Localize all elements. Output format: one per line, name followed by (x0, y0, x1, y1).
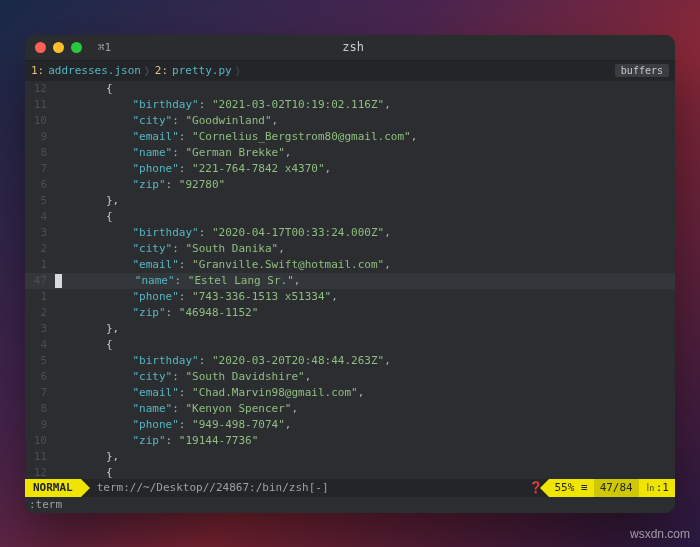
minimize-icon[interactable] (53, 42, 64, 53)
code-content: "name": "Kenyon Spencer", (53, 401, 675, 417)
gutter-number: 11 (25, 449, 53, 465)
gutter-number: 12 (25, 465, 53, 479)
chevron-right-icon: ❭ (234, 63, 242, 78)
code-content: { (53, 81, 675, 97)
code-content: "birthday": "2021-03-02T10:19:02.116Z", (53, 97, 675, 113)
gutter-number: 6 (25, 177, 53, 193)
code-line[interactable]: 1 "phone": "743-336-1513 x51334", (25, 289, 675, 305)
code-content: "birthday": "2020-03-20T20:48:44.263Z", (53, 353, 675, 369)
terminal-window: ⌘1 zsh 1: addresses.json ❭ 2: pretty.py … (25, 35, 675, 513)
code-line[interactable]: 3 }, (25, 321, 675, 337)
terminal-tab[interactable]: ⌘1 (98, 41, 111, 54)
code-line[interactable]: 1 "email": "Granville.Swift@hotmail.com"… (25, 257, 675, 273)
gutter-number: 9 (25, 417, 53, 433)
window-title: zsh (111, 40, 595, 54)
chevron-right-icon: ❭ (143, 63, 151, 78)
gutter-number: 1 (25, 257, 53, 273)
gutter-number: 10 (25, 433, 53, 449)
code-content: "name": "Estel Lang Sr.", (53, 273, 675, 289)
code-line[interactable]: 6 "city": "South Davidshire", (25, 369, 675, 385)
gutter-number: 4 (25, 209, 53, 225)
gutter-number: 47 (25, 273, 53, 289)
code-line[interactable]: 11 "birthday": "2021-03-02T10:19:02.116Z… (25, 97, 675, 113)
gutter-number: 2 (25, 241, 53, 257)
close-icon[interactable] (35, 42, 46, 53)
gutter-number: 3 (25, 225, 53, 241)
code-line[interactable]: 8 "name": "Kenyon Spencer", (25, 401, 675, 417)
code-line[interactable]: 3 "birthday": "2020-04-17T00:33:24.000Z"… (25, 225, 675, 241)
editor[interactable]: 12 {11 "birthday": "2021-03-02T10:19:02.… (25, 81, 675, 479)
gutter-number: 9 (25, 129, 53, 145)
status-percent: 55% ≡ (549, 479, 594, 497)
bufferline: 1: addresses.json ❭ 2: pretty.py ❭ buffe… (25, 61, 675, 81)
status-path: term://~/Desktop//24867:/bin/zsh[-] (97, 481, 529, 494)
code-content: }, (53, 449, 675, 465)
code-line[interactable]: 11 }, (25, 449, 675, 465)
gutter-number: 7 (25, 161, 53, 177)
code-line[interactable]: 10 "city": "Goodwinland", (25, 113, 675, 129)
code-line[interactable]: 7 "phone": "221-764-7842 x4370", (25, 161, 675, 177)
statusline: NORMAL term://~/Desktop//24867:/bin/zsh[… (25, 479, 675, 497)
code-line[interactable]: 4 { (25, 209, 675, 225)
gutter-number: 7 (25, 385, 53, 401)
code-line[interactable]: 4 { (25, 337, 675, 353)
code-content: "email": "Cornelius_Bergstrom80@gmail.co… (53, 129, 675, 145)
status-rowcol: 47/84 (594, 479, 639, 497)
code-content: "city": "South Danika", (53, 241, 675, 257)
status-col: ㏑:1 (639, 479, 675, 497)
code-content: { (53, 337, 675, 353)
code-content: "phone": "949-498-7074", (53, 417, 675, 433)
code-content: "name": "German Brekke", (53, 145, 675, 161)
titlebar: ⌘1 zsh (25, 35, 675, 61)
command-line[interactable]: :term (25, 497, 675, 513)
code-line[interactable]: 2 "zip": "46948-1152" (25, 305, 675, 321)
code-line[interactable]: 5 }, (25, 193, 675, 209)
code-content: "city": "Goodwinland", (53, 113, 675, 129)
code-content: "zip": "19144-7736" (53, 433, 675, 449)
code-line[interactable]: 10 "zip": "19144-7736" (25, 433, 675, 449)
gutter-number: 8 (25, 401, 53, 417)
gutter-number: 3 (25, 321, 53, 337)
buffer-tab-2[interactable]: 2: pretty.py ❭ (155, 63, 242, 78)
code-content: "phone": "221-764-7842 x4370", (53, 161, 675, 177)
gutter-number: 6 (25, 369, 53, 385)
code-line[interactable]: 7 "email": "Chad.Marvin98@gmail.com", (25, 385, 675, 401)
code-line[interactable]: 9 "email": "Cornelius_Bergstrom80@gmail.… (25, 129, 675, 145)
gutter-number: 5 (25, 353, 53, 369)
code-line[interactable]: 6 "zip": "92780" (25, 177, 675, 193)
code-content: "zip": "46948-1152" (53, 305, 675, 321)
code-content: "phone": "743-336-1513 x51334", (53, 289, 675, 305)
cursor-block (55, 274, 62, 288)
code-line[interactable]: 5 "birthday": "2020-03-20T20:48:44.263Z"… (25, 353, 675, 369)
code-line[interactable]: 12 { (25, 465, 675, 479)
code-content: "city": "South Davidshire", (53, 369, 675, 385)
gutter-number: 4 (25, 337, 53, 353)
gutter-number: 11 (25, 97, 53, 113)
buffer-tab-1[interactable]: 1: addresses.json ❭ (31, 63, 151, 78)
code-line[interactable]: 12 { (25, 81, 675, 97)
code-content: "email": "Chad.Marvin98@gmail.com", (53, 385, 675, 401)
code-content: "zip": "92780" (53, 177, 675, 193)
gutter-number: 5 (25, 193, 53, 209)
code-content: { (53, 465, 675, 479)
code-line[interactable]: 47 "name": "Estel Lang Sr.", (25, 273, 675, 289)
code-line[interactable]: 8 "name": "German Brekke", (25, 145, 675, 161)
gutter-number: 12 (25, 81, 53, 97)
zoom-icon[interactable] (71, 42, 82, 53)
code-content: }, (53, 193, 675, 209)
gutter-number: 8 (25, 145, 53, 161)
code-line[interactable]: 9 "phone": "949-498-7074", (25, 417, 675, 433)
watermark: wsxdn.com (630, 527, 690, 541)
gutter-number: 10 (25, 113, 53, 129)
buffers-label: buffers (615, 64, 669, 77)
code-content: "birthday": "2020-04-17T00:33:24.000Z", (53, 225, 675, 241)
code-content: { (53, 209, 675, 225)
code-line[interactable]: 2 "city": "South Danika", (25, 241, 675, 257)
gutter-number: 2 (25, 305, 53, 321)
code-content: }, (53, 321, 675, 337)
mode-indicator: NORMAL (25, 479, 81, 497)
traffic-lights (35, 42, 82, 53)
gutter-number: 1 (25, 289, 53, 305)
code-content: "email": "Granville.Swift@hotmail.com", (53, 257, 675, 273)
